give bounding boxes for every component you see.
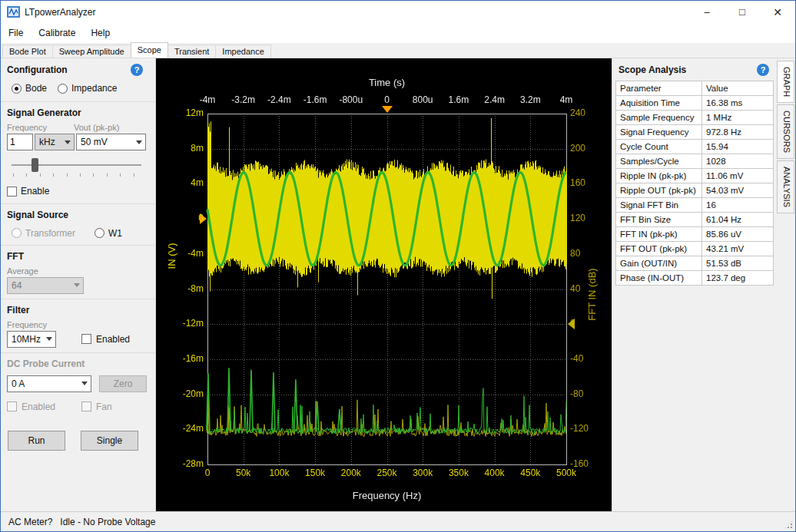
amplitude-slider[interactable] [12,158,144,178]
w1-radio-label: W1 [108,228,122,239]
tab-bode-plot[interactable]: Bode Plot [2,45,53,58]
filter-frequency-select[interactable]: 10MHz [7,331,56,348]
w1-radio[interactable]: W1 [95,228,122,239]
fft-tick-label: 160 [570,178,604,188]
average-label: Average [7,266,38,276]
bode-radio[interactable]: Bode [12,83,47,94]
time-axis-label: Time (s) [207,77,566,88]
scope-analysis-panel: Scope Analysis ? ParameterValueAquisitio… [612,58,775,511]
transformer-radio[interactable]: Transformer [12,228,95,239]
parameter-cell: Aquisition Time [616,96,702,111]
parameter-cell: Cycle Count [616,140,702,154]
radio-icon [58,84,68,94]
in-tick-label: 8m [156,144,204,154]
value-cell: 1028 [702,154,774,169]
help-icon[interactable]: ? [131,64,143,76]
status-bar: AC Meter? Idle - No Probe Voltage [1,511,795,531]
fft-title: FFT [7,251,149,262]
time-tick-label: -1.6m [297,95,333,105]
freq-tick-label: 100k [261,468,297,478]
table-header-row: ParameterValue [616,81,774,96]
menu-file[interactable]: File [1,23,31,43]
parameter-cell: Sample Frequency [616,111,702,125]
vout-value: 50 mV [81,137,108,147]
parameter-cell: FFT IN (pk-pk) [616,227,702,242]
app-icon [7,5,20,18]
enable-label: Enable [21,186,49,197]
table-row: Phase (IN-OUT)123.7 deg [616,271,774,286]
tab-impedance[interactable]: Impedance [215,45,270,58]
fft-tick-label: 200 [570,144,604,154]
slider-ticks [13,173,140,177]
app-window: LTpowerAnalyzer – □ ✕ FileCalibrateHelp … [0,0,796,532]
menu-calibrate[interactable]: Calibrate [31,23,83,43]
fft-tick-label: -40 [570,354,604,364]
tab-sweep-amplitude[interactable]: Sweep Amplitude [52,45,131,58]
minimize-button[interactable]: – [689,1,725,23]
impedance-radio[interactable]: Impedance [58,83,117,94]
frequency-unit-select[interactable]: kHz [35,134,75,150]
time-tick-label: -3.2m [226,95,261,105]
zero-button[interactable]: Zero [99,375,147,392]
side-tab-cursors[interactable]: CURSORS [777,104,794,159]
dc-probe-current-select[interactable]: 0 A [7,375,91,392]
freq-tick-label: 350k [441,468,476,478]
single-button[interactable]: Single [81,431,138,451]
value-cell: 16.38 ms [702,96,774,111]
time-cursor-marker[interactable] [382,106,393,113]
fft-tick-label: 0 [570,319,604,329]
menu-bar: FileCalibrateHelp [1,23,795,43]
tab-transient[interactable]: Transient [167,45,216,58]
help-icon[interactable]: ? [757,64,769,76]
window-controls: – □ ✕ [689,1,795,23]
signal-generator-section: Signal Generator Frequency Vout (pk-pk) … [1,101,155,203]
freq-tick-label: 150k [297,468,333,478]
close-button[interactable]: ✕ [760,1,795,23]
status-message: Idle - No Probe Voltage [60,517,155,527]
freq-tick-label: 500k [549,468,584,478]
freq-tick-label: 200k [333,468,369,478]
parameter-cell: Ripple IN (pk-pk) [616,169,702,183]
signal-source-title: Signal Source [7,210,149,220]
dc-probe-enabled-checkbox[interactable]: Enabled [7,401,81,412]
frequency-input[interactable] [7,134,33,150]
chevron-down-icon [46,337,52,341]
parameter-cell: Signal Frequency [616,125,702,140]
vout-select[interactable]: 50 mV [76,134,146,150]
chevron-down-icon [81,382,88,385]
side-tab-analysis[interactable]: ANALYSIS [777,160,794,213]
side-tab-graph[interactable]: GRAPH [777,61,794,103]
fft-tick-label: 240 [570,108,604,118]
table-row: Sample Frequency1 MHz [616,111,774,125]
checkbox-icon [7,401,17,411]
in-tick-label: -4m [156,249,204,259]
resize-grip[interactable] [784,520,794,530]
average-value: 64 [12,280,22,291]
time-tick-label: 0 [370,95,405,105]
in-tick-label: -20m [156,389,204,399]
configuration-panel: Configuration ? Bode Impedance Signal Ge… [1,58,156,511]
status-ac-meter: AC Meter? [8,517,52,527]
maximize-button[interactable]: □ [725,1,760,23]
chevron-down-icon [136,140,142,144]
freq-tick-label: 50k [226,468,261,478]
enable-checkbox[interactable]: Enable [7,186,49,197]
side-tab-strip: GRAPHCURSORSANALYSIS [775,58,795,511]
run-button[interactable]: Run [8,431,65,451]
in-tick-label: 4m [156,178,204,188]
freq-tick-label: 0 [190,468,225,478]
fan-checkbox[interactable]: Fan [81,401,112,412]
table-row: Samples/Cycle1028 [616,154,774,169]
parameter-cell: Phase (IN-OUT) [616,271,702,286]
value-cell: 85.86 uV [702,227,774,242]
menu-help[interactable]: Help [83,23,118,43]
slider-thumb[interactable] [32,158,38,172]
tab-scope[interactable]: Scope [131,42,168,58]
filter-enabled-checkbox[interactable]: Enabled [81,334,130,345]
impedance-radio-label: Impedance [71,83,117,94]
table-row: Aquisition Time16.38 ms [616,96,774,111]
freq-tick-label: 400k [477,468,512,478]
scope-plot[interactable] [156,58,612,511]
average-select[interactable]: 64 [7,277,84,294]
value-cell: 1 MHz [702,111,774,125]
